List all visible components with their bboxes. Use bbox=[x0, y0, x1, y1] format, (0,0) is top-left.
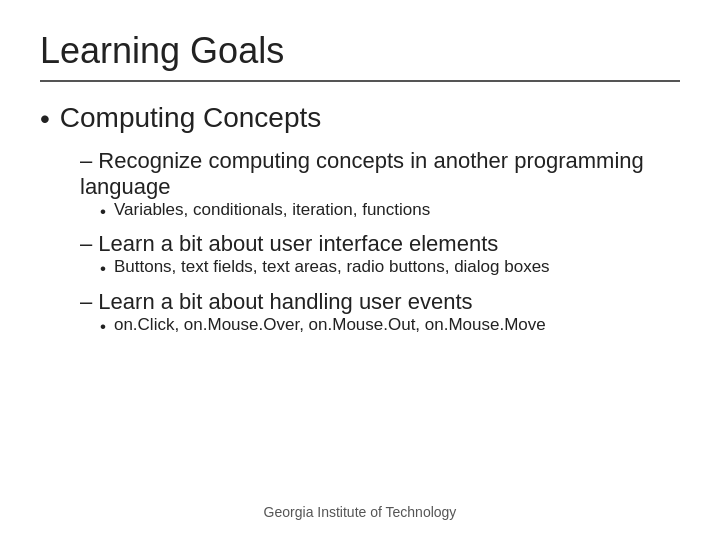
mini-text-3: on.Click, on.Mouse.Over, on.Mouse.Out, o… bbox=[114, 315, 546, 335]
mini-dot-1: • bbox=[100, 200, 106, 224]
sub-item-1-dash: – Recognize computing concepts in anothe… bbox=[80, 148, 680, 200]
sub-item-2: – Learn a bit about user interface eleme… bbox=[80, 231, 680, 281]
footer: Georgia Institute of Technology bbox=[40, 494, 680, 520]
sub-section: – Recognize computing concepts in anothe… bbox=[40, 148, 680, 339]
main-bullet-text: Computing Concepts bbox=[60, 102, 321, 134]
content-area: • Computing Concepts – Recognize computi… bbox=[40, 102, 680, 494]
footer-text: Georgia Institute of Technology bbox=[264, 504, 457, 520]
sub-item-1-text: – Recognize computing concepts in anothe… bbox=[80, 148, 680, 200]
sub-item-3-text: – Learn a bit about handling user events bbox=[80, 289, 473, 315]
title-section: Learning Goals bbox=[40, 30, 680, 82]
sub-item-2-mini: • Buttons, text fields, text areas, radi… bbox=[80, 257, 680, 281]
mini-dot-3: • bbox=[100, 315, 106, 339]
main-bullet-dot: • bbox=[40, 102, 50, 136]
sub-item-3-mini: • on.Click, on.Mouse.Over, on.Mouse.Out,… bbox=[80, 315, 680, 339]
mini-text-2: Buttons, text fields, text areas, radio … bbox=[114, 257, 550, 277]
sub-item-1: – Recognize computing concepts in anothe… bbox=[80, 148, 680, 224]
main-bullet: • Computing Concepts bbox=[40, 102, 680, 136]
mini-text-1: Variables, conditionals, iteration, func… bbox=[114, 200, 430, 220]
slide-title: Learning Goals bbox=[40, 30, 680, 72]
sub-item-3-dash: – Learn a bit about handling user events bbox=[80, 289, 680, 315]
sub-item-1-mini: • Variables, conditionals, iteration, fu… bbox=[80, 200, 680, 224]
sub-item-3: – Learn a bit about handling user events… bbox=[80, 289, 680, 339]
slide: Learning Goals • Computing Concepts – Re… bbox=[0, 0, 720, 540]
sub-item-2-text: – Learn a bit about user interface eleme… bbox=[80, 231, 498, 257]
sub-item-2-dash: – Learn a bit about user interface eleme… bbox=[80, 231, 680, 257]
mini-dot-2: • bbox=[100, 257, 106, 281]
